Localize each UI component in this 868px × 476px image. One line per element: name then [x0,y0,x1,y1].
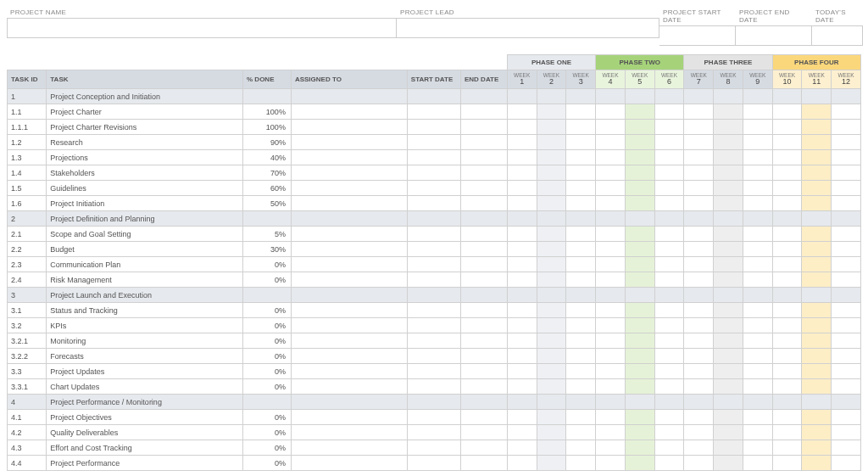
cell-week-1[interactable] [507,104,537,120]
cell-assigned[interactable] [291,318,407,333]
cell-week-5[interactable] [625,333,654,349]
cell-task-id[interactable]: 4.3 [8,440,47,456]
cell-start[interactable] [407,318,460,333]
cell-task-id[interactable]: 1.2 [8,135,47,150]
cell-week-8[interactable] [714,181,743,196]
cell-end[interactable] [460,135,507,150]
cell-end[interactable] [460,456,507,471]
cell-end[interactable] [460,104,507,120]
cell-week-8[interactable] [714,288,743,303]
cell-week-2[interactable] [537,89,566,104]
cell-week-1[interactable] [507,440,537,456]
cell-week-9[interactable] [743,120,772,135]
cell-week-5[interactable] [625,257,654,272]
cell-week-12[interactable] [832,456,861,471]
cell-week-8[interactable] [714,211,743,227]
cell-week-9[interactable] [743,364,772,379]
cell-week-6[interactable] [654,379,684,395]
cell-week-6[interactable] [654,272,684,288]
cell-week-6[interactable] [654,288,684,303]
cell-week-12[interactable] [832,227,861,242]
cell-week-7[interactable] [684,425,714,440]
cell-start[interactable] [407,349,460,364]
cell-week-11[interactable] [802,242,832,257]
cell-assigned[interactable] [291,456,407,471]
cell-week-1[interactable] [507,288,537,303]
cell-week-9[interactable] [743,211,772,227]
project-end-input[interactable] [736,25,812,46]
cell-week-2[interactable] [537,318,566,333]
cell-week-2[interactable] [537,181,566,196]
cell-week-5[interactable] [625,272,654,288]
cell-week-4[interactable] [596,288,626,303]
cell-week-2[interactable] [537,272,566,288]
cell-task[interactable]: Project Charter Revisions [47,120,243,135]
cell-week-1[interactable] [507,227,537,242]
cell-assigned[interactable] [291,211,407,227]
cell-week-12[interactable] [832,425,861,440]
cell-week-2[interactable] [537,303,566,318]
cell-week-8[interactable] [714,303,743,318]
cell-start[interactable] [407,272,460,288]
cell-week-11[interactable] [802,303,832,318]
cell-start[interactable] [407,364,460,379]
cell-start[interactable] [407,410,460,425]
cell-week-5[interactable] [625,349,654,364]
cell-week-2[interactable] [537,364,566,379]
cell-week-3[interactable] [566,425,596,440]
cell-week-1[interactable] [507,257,537,272]
cell-task[interactable]: Project Launch and Execution [47,288,243,303]
cell-week-3[interactable] [566,364,596,379]
cell-week-9[interactable] [743,242,772,257]
cell-week-11[interactable] [802,349,832,364]
cell-week-1[interactable] [507,379,537,395]
cell-week-5[interactable] [625,456,654,471]
cell-end[interactable] [460,333,507,349]
cell-pct-done[interactable]: 0% [243,303,292,318]
cell-week-12[interactable] [832,303,861,318]
cell-week-5[interactable] [625,242,654,257]
cell-week-8[interactable] [714,242,743,257]
cell-task[interactable]: Communication Plan [47,257,243,272]
cell-week-10[interactable] [772,318,802,333]
cell-assigned[interactable] [291,395,407,410]
cell-pct-done[interactable]: 0% [243,410,292,425]
cell-week-10[interactable] [772,165,802,181]
cell-week-7[interactable] [684,104,714,120]
cell-end[interactable] [460,257,507,272]
cell-assigned[interactable] [291,303,407,318]
cell-task-id[interactable]: 1.3 [8,150,47,165]
cell-assigned[interactable] [291,410,407,425]
cell-week-12[interactable] [832,379,861,395]
cell-start[interactable] [407,211,460,227]
cell-week-5[interactable] [625,181,654,196]
cell-start[interactable] [407,425,460,440]
cell-week-2[interactable] [537,165,566,181]
cell-week-9[interactable] [743,410,772,425]
cell-week-7[interactable] [684,349,714,364]
cell-week-7[interactable] [684,379,714,395]
cell-week-9[interactable] [743,104,772,120]
cell-week-4[interactable] [596,318,626,333]
cell-task-id[interactable]: 2.2 [8,242,47,257]
cell-week-8[interactable] [714,364,743,379]
cell-week-12[interactable] [832,181,861,196]
cell-assigned[interactable] [291,364,407,379]
cell-week-12[interactable] [832,242,861,257]
cell-week-3[interactable] [566,410,596,425]
cell-week-10[interactable] [772,104,802,120]
cell-week-2[interactable] [537,456,566,471]
cell-week-4[interactable] [596,379,626,395]
cell-week-3[interactable] [566,379,596,395]
cell-task[interactable]: Project Charter [47,104,243,120]
cell-week-10[interactable] [772,333,802,349]
cell-end[interactable] [460,364,507,379]
cell-task-id[interactable]: 4.2 [8,425,47,440]
cell-week-3[interactable] [566,303,596,318]
cell-week-4[interactable] [596,211,626,227]
cell-week-11[interactable] [802,379,832,395]
cell-week-12[interactable] [832,410,861,425]
cell-week-6[interactable] [654,120,684,135]
cell-week-9[interactable] [743,395,772,410]
cell-week-10[interactable] [772,181,802,196]
